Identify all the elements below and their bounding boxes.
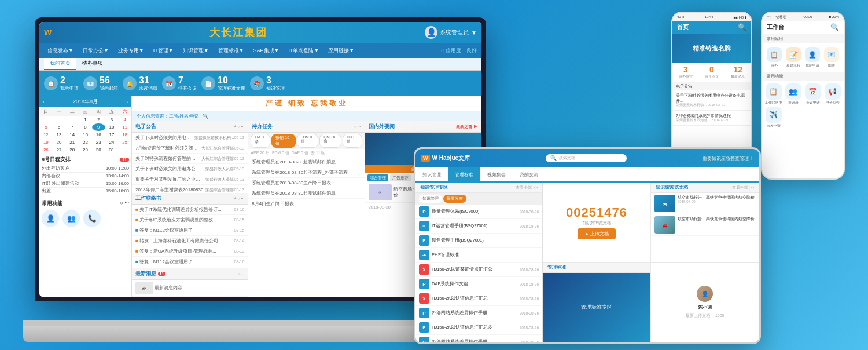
cal-day[interactable]: 4 — [118, 116, 131, 123]
cal-day[interactable]: 5 — [39, 123, 53, 131]
cal-day[interactable]: 26 — [39, 146, 53, 154]
search-icon[interactable]: 🔍 — [738, 23, 746, 31]
cal-day[interactable] — [39, 116, 53, 123]
item-date: 05-13 — [234, 167, 244, 171]
cal-day[interactable]: 15 — [79, 131, 92, 138]
cal-day[interactable]: 27 — [53, 146, 66, 154]
cal-day[interactable]: 16 — [92, 131, 105, 138]
nav-item-standard[interactable]: 管理标准▼ — [215, 46, 248, 56]
tablet-search-box[interactable]: 🔍 搜索文档 — [546, 154, 627, 162]
item-source: 荣盛综合管理部 — [205, 187, 234, 192]
phone2-shortcut-new-flow[interactable]: 📝 新建流程 — [785, 47, 801, 68]
cal-header-fri: 五 — [105, 107, 119, 116]
shortcut-label: 我的申请 — [806, 63, 819, 68]
todo-tab-fdm[interactable]: FDM 0值 — [297, 134, 319, 148]
cal-day[interactable]: 29 — [79, 146, 92, 154]
cal-day[interactable]: 2 — [92, 116, 105, 123]
tab-pending[interactable]: 待办事项 — [76, 58, 109, 70]
upload-button[interactable]: ▲ 上传文档 — [578, 228, 616, 239]
news-ad-btn[interactable]: 广告推荐 — [390, 174, 411, 181]
cal-day[interactable]: 24 — [105, 138, 119, 146]
cal-day[interactable]: 13 — [53, 131, 66, 138]
todo-tab-oa[interactable]: OA 0条 — [251, 134, 270, 148]
nav-item-info[interactable]: 信息发布▼ — [44, 46, 77, 56]
item-text: 系统管理员在2018-08-30起测试邮件消息 — [252, 190, 361, 196]
func-item-workbench[interactable]: 📋 工作联络书 — [764, 83, 782, 105]
cal-day[interactable]: 6 — [53, 123, 66, 131]
schedule-name: 外出拜访客户 — [42, 166, 69, 172]
cal-day[interactable]: 1 — [79, 116, 92, 123]
cal-day[interactable]: 12 — [39, 131, 53, 138]
email-label: 我的邮箱 — [100, 85, 118, 92]
func-item-travel[interactable]: ✈️ 出差申请 — [764, 107, 782, 128]
cal-day[interactable]: 10 — [105, 123, 119, 131]
cal-day[interactable]: 22 — [79, 138, 92, 146]
see-all-link[interactable]: 查看全部 >> — [516, 185, 538, 191]
todo-tab-hr[interactable]: HR 0值 — [343, 134, 362, 148]
cal-day[interactable]: 23 — [92, 138, 105, 146]
cal-day[interactable] — [65, 116, 79, 123]
phone2-shortcut-my-app[interactable]: 👤 我的申请 — [804, 47, 821, 68]
nav-item-daily[interactable]: 日常办公▼ — [79, 46, 112, 56]
cal-day[interactable]: 18 — [118, 131, 131, 138]
see-all-news[interactable]: 查看全部 >> — [732, 185, 754, 191]
cal-day[interactable]: 14 — [65, 131, 79, 138]
phone1-news-section-label: 电子公告 — [672, 82, 751, 90]
cal-day[interactable]: 7 — [65, 123, 79, 131]
news-trending: 最新之窗 ▶ — [456, 124, 477, 130]
doc-name: DAP系统操作文篇 — [432, 281, 517, 287]
cal-day[interactable]: 11 — [118, 123, 131, 131]
todo-tab-expense[interactable]: 报销 10值 — [271, 134, 295, 148]
nav-item-knowledge[interactable]: 知识管理▼ — [179, 46, 212, 56]
cal-day[interactable]: 20 — [53, 138, 66, 146]
func-item-contacts[interactable]: 👥 通讯录 — [784, 83, 802, 105]
cal-day[interactable]: 28 — [65, 146, 79, 154]
quickfunc-icon-2[interactable]: 👥 — [62, 210, 80, 227]
news-manage-btn[interactable]: 综合管理 — [367, 174, 388, 181]
cal-day[interactable] — [53, 116, 66, 123]
cal-day[interactable]: 3 — [105, 116, 119, 123]
cal-day-today[interactable]: 9 — [92, 123, 105, 131]
tab-video[interactable]: 视频集会 — [480, 167, 513, 183]
cal-day[interactable]: 25 — [118, 138, 131, 146]
notice-panel: 电子公告 + ○ ··· 关于下班时必须关闭用电办公设备电源... new 荣盛… — [132, 121, 248, 297]
phone2-shortcut-pending[interactable]: 📋 待办 — [766, 47, 782, 68]
search-icon[interactable]: 🔍 — [830, 23, 839, 31]
latest-news-actions: ○ ··· — [237, 272, 244, 276]
nav-item-sso[interactable]: IT单点登陆▼ — [285, 46, 322, 56]
cal-day[interactable]: 30 — [92, 146, 105, 154]
quickfunc-icon-1[interactable]: 👤 — [42, 210, 59, 227]
item-thumb: 🏍 — [135, 282, 153, 294]
quickfunc-icon-3[interactable]: 📞 — [83, 210, 101, 227]
next-month-btn[interactable]: › — [126, 99, 128, 105]
cat-tab-knowledge[interactable]: 知识管理 — [419, 195, 442, 203]
tab-knowledge[interactable]: 知识管理 — [415, 167, 448, 183]
func-item-notice[interactable]: 📢 电子公告 — [823, 83, 841, 105]
nav-item-biz[interactable]: 业务专用▼ — [115, 46, 148, 56]
tab-standard[interactable]: 管理标准 — [448, 167, 480, 183]
nav-item-apps[interactable]: 应用链接▼ — [325, 46, 358, 56]
cal-day[interactable]: 8 — [79, 123, 92, 131]
tablet-doc-item: EH EHS管理标准 — [415, 248, 542, 262]
doc-date: 2018-08-26 — [520, 224, 539, 228]
tablet-doc-item: P DAP系统操作文篇 2018-08-26 — [415, 277, 542, 291]
quick-func-more[interactable]: ○ ··· — [120, 200, 129, 207]
tablet-search-input[interactable]: 搜索文档 — [559, 155, 575, 161]
nav-item-sap[interactable]: SAP集成▼ — [250, 46, 283, 56]
cal-day[interactable]: 21 — [65, 138, 79, 146]
search-icon[interactable]: 🔍 — [203, 114, 208, 119]
it-credit-info: IT信用度：良好 — [441, 47, 477, 54]
cat-tab-latest[interactable]: 最新发布 — [443, 195, 466, 203]
tab-my-home[interactable]: 我的首页 — [44, 58, 76, 70]
prev-month-btn[interactable]: ‹ — [43, 99, 45, 105]
func-item-meeting[interactable]: 📅 会议申请 — [804, 83, 822, 105]
tab-exchange[interactable]: 我的交流 — [513, 167, 545, 183]
cal-day[interactable]: 19 — [39, 138, 53, 146]
phone2-shortcut-email[interactable]: 📧 邮件 — [823, 47, 840, 68]
schedule-item: 出差 15:00-16:00 — [42, 188, 129, 195]
nav-item-it[interactable]: IT管理▼ — [150, 46, 177, 56]
cal-day[interactable]: 17 — [105, 131, 119, 138]
cal-day[interactable]: 31 — [105, 146, 119, 154]
todo-tab-qms[interactable]: QMS 0值 — [319, 134, 341, 148]
quick-func-icons: 👤 👥 📞 — [42, 210, 129, 227]
